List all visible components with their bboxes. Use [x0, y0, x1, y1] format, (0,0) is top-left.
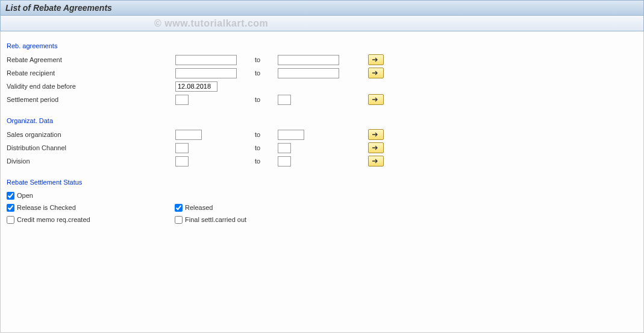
watermark-text: © www.tutorialkart.com [154, 18, 268, 29]
row-rebate-recipient: Rebate recipient to [7, 66, 637, 80]
checkbox-item-final-settl: Final settl.carried out [175, 216, 331, 224]
checkbox-label-final-settl: Final settl.carried out [185, 216, 246, 223]
input-settlement-period-from[interactable] [175, 95, 189, 105]
checkbox-item-released: Released [175, 204, 331, 212]
multi-select-button[interactable] [368, 54, 384, 65]
form-area: Reb. agreements Rebate Agreement to Reba… [0, 31, 644, 333]
checkbox-label-open: Open [17, 192, 33, 199]
multi-select-button[interactable] [368, 156, 384, 166]
arrow-right-icon [372, 70, 380, 76]
input-dist-channel-to[interactable] [278, 143, 291, 153]
checkbox-row-3: Credit memo req.created Final settl.carr… [7, 214, 637, 226]
page-title-bar: List of Rebate Agreements [0, 0, 644, 16]
checkbox-release-checked[interactable] [7, 204, 14, 212]
input-rebate-agreement-to[interactable] [278, 55, 339, 65]
section-settlement-status: Rebate Settlement Status Open Release is… [7, 179, 637, 226]
row-settlement-period: Settlement period to [7, 93, 637, 106]
label-division: Division [7, 157, 175, 165]
label-settlement-period: Settlement period [7, 96, 175, 103]
checkbox-open[interactable] [7, 192, 14, 200]
arrow-right-icon [372, 132, 380, 138]
input-division-from[interactable] [175, 156, 189, 166]
arrow-right-icon [372, 158, 380, 164]
input-division-to[interactable] [278, 156, 291, 166]
checkbox-label-released: Released [185, 204, 213, 211]
to-label: to [254, 131, 278, 138]
checkbox-credit-memo[interactable] [7, 216, 14, 224]
input-settlement-period-to[interactable] [278, 95, 291, 105]
label-rebate-recipient: Rebate recipient [7, 69, 175, 77]
to-label: to [254, 56, 278, 63]
row-validity-end: Validity end date before [7, 80, 637, 93]
checkbox-item-credit-memo: Credit memo req.created [7, 216, 172, 224]
arrow-right-icon [372, 57, 380, 63]
multi-select-button[interactable] [368, 142, 384, 153]
row-sales-org: Sales organization to [7, 128, 637, 141]
section-title-reb-agreements: Reb. agreements [7, 42, 637, 49]
checkbox-row-2: Release is Checked Released [7, 201, 637, 214]
input-validity-end[interactable] [175, 81, 217, 92]
checkbox-label-credit-memo: Credit memo req.created [17, 216, 90, 223]
row-dist-channel: Distribution Channel to [7, 141, 637, 154]
label-dist-channel: Distribution Channel [7, 144, 175, 151]
to-label: to [254, 96, 278, 103]
arrow-right-icon [372, 145, 380, 151]
input-sales-org-to[interactable] [278, 130, 304, 140]
arrow-right-icon [372, 97, 380, 103]
checkbox-item-open: Open [7, 192, 172, 200]
row-rebate-agreement: Rebate Agreement to [7, 53, 637, 66]
toolbar: © www.tutorialkart.com [0, 16, 644, 31]
to-label: to [254, 144, 278, 151]
to-label: to [254, 157, 278, 165]
checkbox-item-release-checked: Release is Checked [7, 204, 172, 212]
input-sales-org-from[interactable] [175, 130, 202, 140]
checkbox-label-release-checked: Release is Checked [17, 204, 76, 211]
input-rebate-agreement-from[interactable] [175, 55, 237, 65]
section-title-org-data: Organizat. Data [7, 117, 637, 124]
multi-select-button[interactable] [368, 94, 384, 105]
label-sales-org: Sales organization [7, 131, 175, 138]
checkbox-row-1: Open [7, 189, 637, 201]
checkbox-final-settl[interactable] [175, 216, 183, 224]
section-org-data: Organizat. Data Sales organization to Di… [7, 117, 637, 168]
multi-select-button[interactable] [368, 68, 384, 78]
input-rebate-recipient-to[interactable] [278, 68, 339, 78]
input-rebate-recipient-from[interactable] [175, 68, 237, 78]
checkbox-released[interactable] [175, 204, 183, 212]
section-title-settlement-status: Rebate Settlement Status [7, 179, 637, 186]
page-title: List of Rebate Agreements [5, 3, 112, 13]
label-rebate-agreement: Rebate Agreement [7, 56, 175, 63]
input-dist-channel-from[interactable] [175, 143, 189, 153]
to-label: to [254, 69, 278, 77]
section-reb-agreements: Reb. agreements Rebate Agreement to Reba… [7, 42, 637, 106]
label-validity-end: Validity end date before [7, 83, 175, 90]
multi-select-button[interactable] [368, 129, 384, 140]
row-division: Division to [7, 154, 637, 168]
